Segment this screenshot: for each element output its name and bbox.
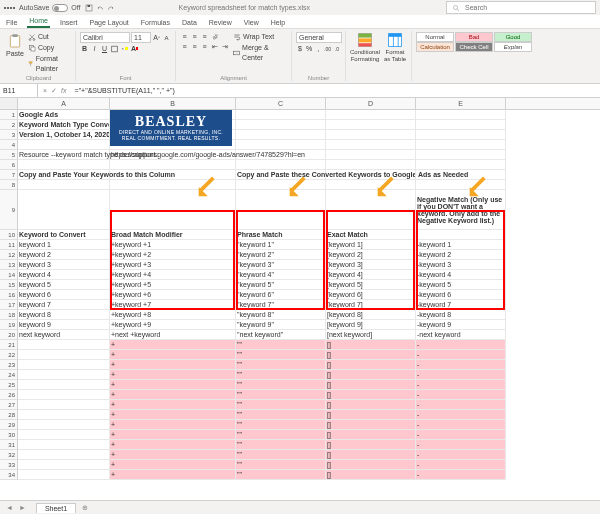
col-header-A[interactable]: A [18, 98, 110, 109]
cell[interactable]: -keyword 5 [416, 280, 506, 290]
copy-button[interactable]: Copy [27, 43, 71, 53]
cell[interactable]: [] [326, 430, 416, 440]
cell[interactable] [236, 140, 326, 150]
row-header[interactable]: 4 [0, 140, 18, 150]
cell[interactable]: + [110, 470, 236, 480]
cell[interactable]: Phrase Match [236, 230, 326, 240]
cell[interactable] [326, 150, 416, 160]
row-header[interactable]: 22 [0, 350, 18, 360]
cell[interactable]: +keyword +7 [110, 300, 236, 310]
tab-data[interactable]: Data [180, 17, 199, 28]
sheet-nav-next-icon[interactable]: ► [19, 504, 26, 511]
cancel-formula-icon[interactable]: × [43, 87, 47, 95]
italic-button[interactable]: I [90, 44, 99, 53]
row-header[interactable]: 33 [0, 460, 18, 470]
row-header[interactable]: 2 [0, 120, 18, 130]
cell[interactable]: - [416, 440, 506, 450]
cell[interactable]: + [110, 420, 236, 430]
cell[interactable] [416, 160, 506, 170]
search-input[interactable] [463, 3, 583, 12]
select-all-corner[interactable] [0, 98, 18, 109]
underline-button[interactable]: U [100, 44, 109, 53]
cell[interactable] [18, 180, 110, 190]
style-calculation[interactable]: Calculation [416, 42, 454, 52]
cell[interactable]: - [416, 340, 506, 350]
cell[interactable]: - [416, 430, 506, 440]
tab-page-layout[interactable]: Page Layout [87, 17, 130, 28]
merge-center-button[interactable]: Merge & Center [232, 43, 287, 63]
orientation-icon[interactable]: ab [210, 32, 219, 41]
row-header[interactable]: 6 [0, 160, 18, 170]
cell[interactable]: [] [326, 400, 416, 410]
row-header[interactable]: 30 [0, 430, 18, 440]
cell[interactable] [18, 450, 110, 460]
cell[interactable] [110, 190, 236, 230]
cell[interactable]: keyword 2 [18, 250, 110, 260]
cell[interactable]: "keyword 6" [236, 290, 326, 300]
cell[interactable] [18, 140, 110, 150]
cell[interactable]: [] [326, 410, 416, 420]
cell[interactable] [416, 140, 506, 150]
cell[interactable] [236, 110, 326, 120]
cell[interactable]: keyword 4 [18, 270, 110, 280]
row-header[interactable]: 23 [0, 360, 18, 370]
cell[interactable] [236, 190, 326, 230]
row-header[interactable]: 9 [0, 190, 18, 230]
cell[interactable]: + [110, 440, 236, 450]
cell[interactable]: [keyword 4] [326, 270, 416, 280]
cell[interactable]: "" [236, 420, 326, 430]
cell[interactable]: "keyword 9" [236, 320, 326, 330]
row-header[interactable]: 10 [0, 230, 18, 240]
style-normal[interactable]: Normal [416, 32, 454, 42]
cell[interactable]: Resource --keyword match type descriptio… [18, 150, 110, 160]
cell[interactable]: keyword 9 [18, 320, 110, 330]
tab-file[interactable]: File [4, 17, 19, 28]
col-header-D[interactable]: D [326, 98, 416, 109]
cell[interactable]: "" [236, 450, 326, 460]
cell[interactable]: [] [326, 450, 416, 460]
cell[interactable] [18, 160, 110, 170]
cell[interactable]: [keyword 3] [326, 260, 416, 270]
cell[interactable]: "" [236, 390, 326, 400]
cell[interactable] [110, 160, 236, 170]
cell[interactable]: Negative Match (Only use if you DON'T wa… [416, 190, 506, 230]
cell[interactable]: "" [236, 340, 326, 350]
cell[interactable] [18, 470, 110, 480]
cell[interactable] [416, 180, 506, 190]
cell[interactable]: -keyword 6 [416, 290, 506, 300]
cell[interactable]: + [110, 350, 236, 360]
format-painter-button[interactable]: Format Painter [27, 54, 71, 74]
cell[interactable]: -keyword 3 [416, 260, 506, 270]
increase-decimal-icon[interactable]: .00 [323, 44, 332, 53]
cell[interactable]: keyword 8 [18, 310, 110, 320]
font-name-select[interactable]: Calibri [80, 32, 130, 43]
borders-button[interactable] [110, 44, 119, 53]
cell[interactable]: keyword 6 [18, 290, 110, 300]
cell[interactable]: - [416, 400, 506, 410]
cell[interactable]: "" [236, 440, 326, 450]
cell[interactable]: next keyword [18, 330, 110, 340]
cell[interactable]: - [416, 360, 506, 370]
cell[interactable]: "keyword 1" [236, 240, 326, 250]
row-header[interactable]: 28 [0, 410, 18, 420]
redo-icon[interactable] [107, 4, 115, 12]
cell[interactable] [416, 170, 506, 180]
cell[interactable]: "" [236, 360, 326, 370]
percent-format-icon[interactable]: % [305, 44, 313, 53]
row-header[interactable]: 24 [0, 370, 18, 380]
cell[interactable]: keyword 7 [18, 300, 110, 310]
cell[interactable]: - [416, 390, 506, 400]
tab-formulas[interactable]: Formulas [139, 17, 172, 28]
cell[interactable]: "keyword 3" [236, 260, 326, 270]
cell[interactable]: Broad Match Modifier [110, 230, 236, 240]
cell[interactable]: -keyword 1 [416, 240, 506, 250]
decrease-indent-icon[interactable]: ⇤ [210, 42, 219, 51]
row-header[interactable]: 8 [0, 180, 18, 190]
align-center-icon[interactable]: ≡ [190, 42, 199, 51]
cell[interactable]: +keyword +5 [110, 280, 236, 290]
cell[interactable]: [] [326, 360, 416, 370]
cell[interactable] [18, 440, 110, 450]
cell[interactable] [416, 110, 506, 120]
row-header[interactable]: 16 [0, 290, 18, 300]
decrease-font-icon[interactable]: A [162, 33, 171, 42]
